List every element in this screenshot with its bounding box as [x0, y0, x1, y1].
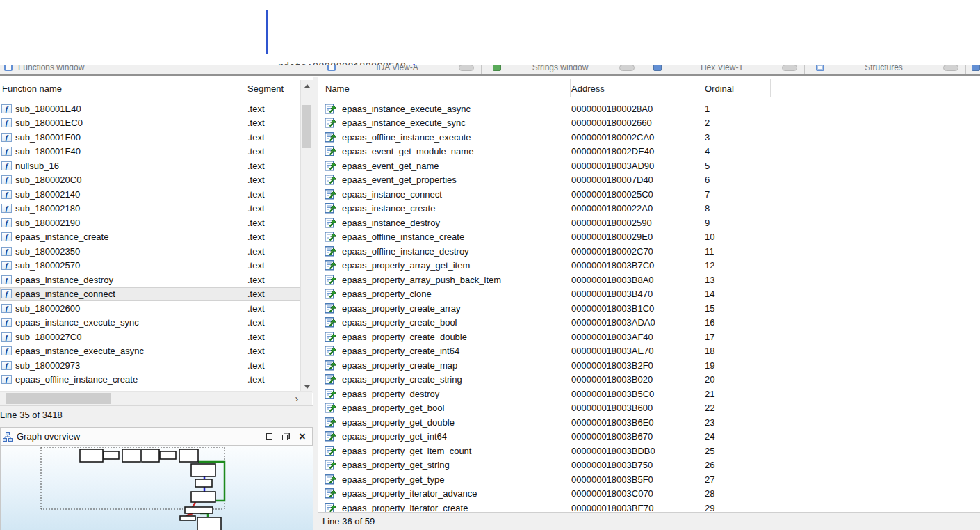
function-row[interactable]: f sub_180002600 .text — [0, 301, 300, 316]
column-header-name[interactable]: Name — [325, 83, 350, 94]
function-row[interactable]: f epaas_offline_instance_create .text — [0, 373, 300, 387]
function-row[interactable]: f sub_1800020C0 .text — [0, 173, 300, 188]
export-icon — [325, 118, 336, 128]
export-icon — [325, 346, 336, 356]
close-tab-button[interactable] — [619, 65, 635, 71]
functions-list: f sub_180001E40 .text f sub_180001EC0 .t… — [0, 102, 300, 387]
tab-functions-window[interactable]: Functions window — [0, 65, 316, 76]
tab-partial[interactable] — [966, 65, 980, 76]
function-name: sub_180002600 — [15, 303, 80, 314]
function-row[interactable]: f epaas_instance_connect .text — [0, 287, 300, 302]
export-row[interactable]: epaas_instance_execute_sync 000000018000… — [318, 116, 980, 131]
tab-ida-view-a[interactable]: IDA View-A — [316, 65, 482, 76]
export-row[interactable]: epaas_event_get_properties 0000000180007… — [318, 173, 980, 188]
export-row[interactable]: epaas_property_iterator_advance 00000001… — [318, 487, 980, 501]
column-header-ordinal[interactable]: Ordinal — [705, 83, 734, 94]
close-button[interactable]: × — [294, 428, 311, 445]
column-separator[interactable] — [770, 79, 771, 97]
export-row[interactable]: epaas_property_create_int64 000000018003… — [318, 344, 980, 359]
export-row[interactable]: epaas_event_get_module_name 000000018002… — [318, 145, 980, 159]
function-row[interactable]: f sub_180002180 .text — [0, 202, 300, 216]
scrollbar-thumb[interactable] — [302, 105, 311, 148]
export-ordinal: 19 — [705, 360, 714, 371]
export-row[interactable]: epaas_offline_instance_execute 000000018… — [318, 130, 980, 145]
export-row[interactable]: epaas_property_get_type 000000018003B5F0… — [318, 472, 980, 487]
function-row[interactable]: f epaas_instance_execute_sync .text — [0, 316, 300, 330]
panel-divider[interactable] — [313, 77, 318, 530]
function-icon: f — [1, 346, 12, 355]
export-row[interactable]: epaas_property_get_int64 000000018003B67… — [318, 430, 980, 444]
export-row[interactable]: epaas_instance_create 00000001800022A0 8 — [318, 202, 980, 216]
column-header-segment[interactable]: Segment — [247, 83, 284, 94]
close-tab-button[interactable] — [943, 65, 958, 71]
maximize-button[interactable] — [261, 428, 277, 445]
export-row[interactable]: epaas_property_create_string 00000001800… — [318, 373, 980, 387]
close-tab-button[interactable] — [459, 65, 474, 71]
export-address: 0000000180007D40 — [571, 175, 653, 185]
export-ordinal: 7 — [705, 189, 710, 200]
export-name: epaas_property_iterator_advance — [342, 488, 477, 499]
column-separator[interactable] — [570, 79, 571, 97]
export-row[interactable]: epaas_offline_instance_destroy 000000018… — [318, 244, 980, 259]
disassembly-view[interactable]: .rdata:00000001800C8EA0; .rdata:00000001… — [0, 0, 980, 65]
export-row[interactable]: epaas_property_get_double 000000018003B6… — [318, 415, 980, 430]
scroll-right-button[interactable]: › — [289, 392, 304, 405]
function-row[interactable]: f nullsub_16 .text — [0, 159, 300, 173]
export-row[interactable]: epaas_property_destroy 000000018003B5C0 … — [318, 387, 980, 401]
export-row[interactable]: epaas_property_get_bool 000000018003B600… — [318, 401, 980, 416]
export-row[interactable]: epaas_instance_connect 00000001800025C0 … — [318, 187, 980, 202]
export-ordinal: 20 — [705, 374, 714, 385]
functions-window-panel: Function name Segment f sub_180001E40 .t… — [0, 77, 313, 530]
vertical-scrollbar[interactable] — [300, 80, 313, 393]
export-address: 0000000180002C70 — [571, 246, 653, 257]
export-icon — [325, 189, 336, 200]
function-row[interactable]: f sub_180001E40 .text — [0, 102, 300, 116]
export-row[interactable]: epaas_property_array_get_item 0000000180… — [318, 259, 980, 273]
scroll-up-button[interactable] — [301, 80, 313, 92]
function-row[interactable]: f epaas_instance_destroy .text — [0, 273, 300, 287]
export-row[interactable]: epaas_property_get_item_count 0000000180… — [318, 444, 980, 458]
export-row[interactable]: epaas_property_create_map 000000018003B2… — [318, 358, 980, 373]
graph-overview-canvas[interactable] — [0, 446, 313, 530]
function-row[interactable]: f epaas_instance_create .text — [0, 230, 300, 245]
function-row[interactable]: f sub_180002350 .text — [0, 244, 300, 259]
column-header-function-name[interactable]: Function name — [2, 83, 62, 94]
function-row[interactable]: f sub_180001EC0 .text — [0, 116, 300, 131]
export-name: epaas_property_create_map — [342, 360, 457, 371]
export-row[interactable]: epaas_instance_destroy 0000000180002590 … — [318, 216, 980, 230]
export-row[interactable]: epaas_property_clone 000000018003B470 14 — [318, 287, 980, 302]
export-row[interactable]: epaas_property_create_double 00000001800… — [318, 330, 980, 344]
function-row[interactable]: f sub_180001F40 .text — [0, 145, 300, 159]
close-icon: × — [299, 431, 305, 442]
restore-button[interactable] — [277, 428, 294, 445]
export-row[interactable]: epaas_event_get_name 000000018003AD90 5 — [318, 159, 980, 173]
function-row[interactable]: f sub_180002140 .text — [0, 187, 300, 202]
column-header-address[interactable]: Address — [571, 83, 605, 94]
tab-strings-window[interactable]: Strings window — [482, 65, 642, 76]
function-row[interactable]: f epaas_instance_execute_async .text — [0, 344, 300, 359]
export-row[interactable]: epaas_instance_execute_async 00000001800… — [318, 102, 980, 116]
tab-hex-view-1[interactable]: Hex View-1 — [642, 65, 805, 76]
close-tab-button[interactable] — [782, 65, 797, 71]
function-row[interactable]: f sub_180002973 .text — [0, 358, 300, 373]
export-row[interactable]: epaas_property_array_push_back_item 0000… — [318, 273, 980, 287]
column-separator[interactable] — [243, 79, 243, 97]
export-icon — [325, 132, 336, 143]
export-icon — [325, 488, 336, 499]
function-row[interactable]: f sub_180002190 .text — [0, 216, 300, 230]
tab-structures[interactable]: Structures — [805, 65, 966, 76]
horizontal-scrollbar[interactable]: › — [0, 391, 312, 405]
export-row[interactable]: epaas_property_iterator_create 000000018… — [318, 501, 980, 512]
export-icon — [325, 275, 336, 285]
export-row[interactable]: epaas_offline_instance_create 0000000180… — [318, 230, 980, 245]
export-row[interactable]: epaas_property_get_string 000000018003B7… — [318, 458, 980, 473]
function-row[interactable]: f sub_1800027C0 .text — [0, 330, 300, 344]
down-arrow-icon — [304, 385, 310, 389]
function-row[interactable]: f sub_180001F00 .text — [0, 130, 300, 145]
scrollbar-thumb[interactable] — [6, 393, 111, 404]
export-icon — [325, 417, 336, 428]
function-row[interactable]: f sub_180002570 .text — [0, 259, 300, 273]
column-separator[interactable] — [699, 79, 699, 97]
export-row[interactable]: epaas_property_create_array 000000018003… — [318, 301, 980, 316]
export-row[interactable]: epaas_property_create_bool 000000018003A… — [318, 316, 980, 330]
